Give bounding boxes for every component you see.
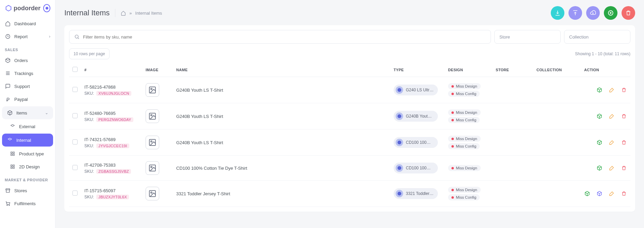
table-row: IT-42708-75383SKU: ZGBASSGJ5VBZCD100 100…: [69, 156, 630, 181]
sku-line: SKU: XV6UJNJGLOCN: [84, 91, 139, 96]
design-badge: Miss Design: [448, 187, 481, 193]
trash-action-icon[interactable]: [621, 191, 627, 197]
home-icon: [5, 20, 11, 27]
row-actions: [584, 165, 627, 171]
sku-line: SKU: ZGBASSGJ5VBZ: [84, 169, 139, 174]
image-thumbnail[interactable]: [146, 136, 159, 149]
sidebar-item-trackings[interactable]: Trackings: [0, 67, 55, 80]
sidebar-subitem-2d-design[interactable]: 2D Design: [0, 160, 55, 173]
type-chip[interactable]: CD100 100% C...: [394, 163, 438, 173]
add-button[interactable]: [604, 6, 617, 20]
sidebar-item-paypal[interactable]: Paypal: [0, 93, 55, 106]
sidebar-subitem-external[interactable]: External: [0, 120, 55, 133]
sku-line: SKU: JYVGJCCEC19I: [84, 143, 139, 148]
rows-per-page-select[interactable]: 10 rows per page: [69, 48, 110, 59]
type-chip[interactable]: G240 LS Ultra C...: [394, 85, 438, 95]
collection-cell: [533, 130, 581, 156]
sidebar-item-dashboard[interactable]: Dashboard: [0, 17, 55, 30]
cloud-upload-button[interactable]: [586, 6, 600, 20]
design-badge: Miss Config: [448, 194, 480, 200]
breadcrumb-separator: »: [129, 11, 132, 16]
sku-line: SKU: JBUZXJYT0L6X: [84, 195, 139, 199]
table-row: IT-74321-57689SKU: JYVGJCCEC19IG240B You…: [69, 130, 630, 156]
breadcrumb-current: Internal Items: [135, 11, 162, 16]
sidebar-item-orders[interactable]: Orders: [0, 54, 55, 67]
clock-icon: [5, 33, 11, 40]
item-id: IT-58216-47868: [84, 85, 139, 90]
logo-text: podorder: [14, 5, 40, 12]
sidebar-item-stores[interactable]: Stores: [0, 184, 55, 197]
sidebar: podorder Dashboard Report › SALES Orders…: [0, 0, 55, 228]
package-icon: [7, 110, 13, 116]
delete-button[interactable]: [622, 6, 635, 20]
type-chip[interactable]: G240B Youth L...: [394, 111, 438, 122]
design-badge: Miss Design: [448, 165, 481, 171]
svg-rect-4: [13, 154, 14, 155]
box-action-icon[interactable]: [596, 87, 602, 93]
svg-rect-3: [11, 154, 12, 155]
home-icon[interactable]: [121, 11, 126, 16]
col-type: TYPE: [390, 63, 445, 77]
box-action-icon[interactable]: [596, 113, 602, 119]
svg-point-10: [9, 205, 10, 206]
filter-row: Store Collection: [69, 30, 630, 44]
trash-action-icon[interactable]: [621, 113, 627, 119]
select-all-checkbox[interactable]: [72, 67, 78, 72]
box-action-icon[interactable]: [584, 191, 590, 197]
cube-icon: [7, 137, 13, 143]
design-badge: Miss Design: [448, 83, 481, 89]
target-icon-button[interactable]: [43, 4, 50, 12]
edit-action-icon[interactable]: [609, 87, 615, 93]
sidebar-subitem-internal[interactable]: Internal: [2, 134, 53, 147]
chevron-right-icon: ›: [49, 34, 50, 39]
sidebar-subitem-product-type[interactable]: Product type: [0, 147, 55, 160]
trash-action-icon[interactable]: [621, 165, 627, 171]
sku-chip: ZGBASSGJ5VBZ: [96, 169, 131, 174]
chevron-down-icon: ⌄: [45, 110, 48, 115]
design-cell: Miss DesignMiss Config: [445, 103, 492, 130]
store-cell: [492, 130, 533, 156]
item-id: IT-74321-57689: [84, 137, 139, 142]
svg-point-14: [151, 88, 152, 90]
image-thumbnail[interactable]: [146, 161, 159, 175]
row-checkbox[interactable]: [72, 165, 78, 170]
collection-select[interactable]: Collection: [564, 30, 630, 44]
search-input[interactable]: [83, 34, 486, 40]
row-checkbox[interactable]: [72, 113, 78, 118]
svg-rect-8: [13, 167, 14, 168]
download-button[interactable]: [551, 6, 564, 20]
image-thumbnail[interactable]: [146, 83, 159, 97]
type-chip[interactable]: CD100 100% C...: [394, 137, 438, 148]
store-cell: [492, 156, 533, 181]
sidebar-section-market: MARKET & PROVIDER: [0, 173, 55, 184]
sidebar-item-items[interactable]: Items ⌄: [2, 106, 53, 119]
design-badge: Miss Design: [448, 136, 481, 142]
sidebar-item-fulfilments[interactable]: Fulfilments: [0, 197, 55, 210]
image-thumbnail[interactable]: [146, 187, 159, 200]
search-icon: [74, 34, 80, 40]
box-action-icon[interactable]: [596, 139, 602, 146]
store-select[interactable]: Store: [494, 30, 561, 44]
image-thumbnail[interactable]: [146, 109, 159, 123]
trash-action-icon[interactable]: [621, 87, 627, 93]
box-action-icon[interactable]: [596, 165, 602, 171]
box2-action-icon[interactable]: [596, 191, 602, 197]
row-actions: [584, 87, 627, 93]
row-checkbox[interactable]: [72, 87, 78, 92]
sidebar-item-report[interactable]: Report ›: [0, 30, 55, 43]
row-checkbox[interactable]: [72, 139, 78, 145]
row-actions: [584, 191, 627, 197]
item-name: CD100 100% Cotton Tie Dye T-Shirt: [173, 156, 390, 181]
edit-action-icon[interactable]: [609, 113, 615, 119]
upload-button[interactable]: [568, 6, 582, 20]
edit-action-icon[interactable]: [609, 139, 615, 146]
sidebar-item-support[interactable]: Support: [0, 80, 55, 93]
edit-action-icon[interactable]: [609, 165, 615, 171]
table-row: IT-58216-47868SKU: XV6UJNJGLOCNG240B You…: [69, 77, 630, 103]
svg-rect-1: [11, 152, 12, 153]
edit-action-icon[interactable]: [609, 191, 615, 197]
showing-text: Showing 1 - 10 (total: 11 rows): [575, 51, 630, 56]
row-checkbox[interactable]: [72, 191, 78, 196]
type-chip[interactable]: 3321 Toddler Je...: [394, 188, 438, 199]
trash-action-icon[interactable]: [621, 139, 627, 146]
